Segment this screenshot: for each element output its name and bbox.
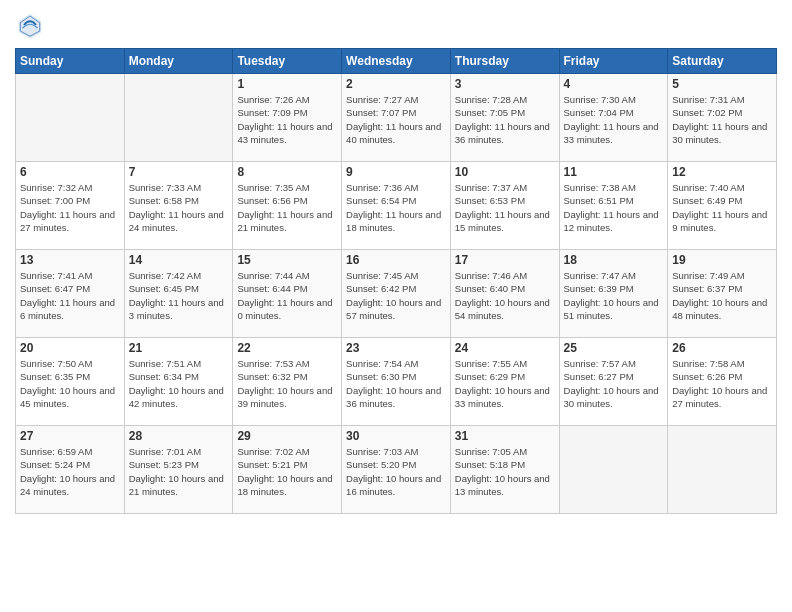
- calendar-cell: 23Sunrise: 7:54 AM Sunset: 6:30 PM Dayli…: [342, 338, 451, 426]
- day-number: 29: [237, 429, 337, 443]
- day-info: Sunrise: 7:55 AM Sunset: 6:29 PM Dayligh…: [455, 357, 555, 410]
- day-number: 28: [129, 429, 229, 443]
- calendar-cell: [668, 426, 777, 514]
- calendar-cell: 25Sunrise: 7:57 AM Sunset: 6:27 PM Dayli…: [559, 338, 668, 426]
- calendar-header-row: SundayMondayTuesdayWednesdayThursdayFrid…: [16, 49, 777, 74]
- calendar-cell: 22Sunrise: 7:53 AM Sunset: 6:32 PM Dayli…: [233, 338, 342, 426]
- week-row-4: 20Sunrise: 7:50 AM Sunset: 6:35 PM Dayli…: [16, 338, 777, 426]
- day-number: 13: [20, 253, 120, 267]
- day-info: Sunrise: 7:28 AM Sunset: 7:05 PM Dayligh…: [455, 93, 555, 146]
- day-number: 11: [564, 165, 664, 179]
- calendar-cell: 21Sunrise: 7:51 AM Sunset: 6:34 PM Dayli…: [124, 338, 233, 426]
- day-info: Sunrise: 7:41 AM Sunset: 6:47 PM Dayligh…: [20, 269, 120, 322]
- day-header-friday: Friday: [559, 49, 668, 74]
- header: [15, 10, 777, 40]
- day-number: 3: [455, 77, 555, 91]
- day-info: Sunrise: 6:59 AM Sunset: 5:24 PM Dayligh…: [20, 445, 120, 498]
- calendar-cell: [124, 74, 233, 162]
- day-number: 6: [20, 165, 120, 179]
- svg-marker-0: [19, 14, 42, 39]
- day-number: 5: [672, 77, 772, 91]
- day-info: Sunrise: 7:50 AM Sunset: 6:35 PM Dayligh…: [20, 357, 120, 410]
- day-info: Sunrise: 7:49 AM Sunset: 6:37 PM Dayligh…: [672, 269, 772, 322]
- day-number: 7: [129, 165, 229, 179]
- week-row-2: 6Sunrise: 7:32 AM Sunset: 7:00 PM Daylig…: [16, 162, 777, 250]
- calendar-cell: 9Sunrise: 7:36 AM Sunset: 6:54 PM Daylig…: [342, 162, 451, 250]
- day-number: 30: [346, 429, 446, 443]
- day-number: 31: [455, 429, 555, 443]
- day-info: Sunrise: 7:44 AM Sunset: 6:44 PM Dayligh…: [237, 269, 337, 322]
- day-header-saturday: Saturday: [668, 49, 777, 74]
- day-info: Sunrise: 7:53 AM Sunset: 6:32 PM Dayligh…: [237, 357, 337, 410]
- calendar-cell: 29Sunrise: 7:02 AM Sunset: 5:21 PM Dayli…: [233, 426, 342, 514]
- day-header-monday: Monday: [124, 49, 233, 74]
- calendar-cell: 6Sunrise: 7:32 AM Sunset: 7:00 PM Daylig…: [16, 162, 125, 250]
- logo: [15, 10, 49, 40]
- calendar-cell: 27Sunrise: 6:59 AM Sunset: 5:24 PM Dayli…: [16, 426, 125, 514]
- week-row-1: 1Sunrise: 7:26 AM Sunset: 7:09 PM Daylig…: [16, 74, 777, 162]
- day-number: 26: [672, 341, 772, 355]
- day-header-sunday: Sunday: [16, 49, 125, 74]
- day-header-tuesday: Tuesday: [233, 49, 342, 74]
- calendar: SundayMondayTuesdayWednesdayThursdayFrid…: [15, 48, 777, 514]
- calendar-cell: 16Sunrise: 7:45 AM Sunset: 6:42 PM Dayli…: [342, 250, 451, 338]
- calendar-cell: 30Sunrise: 7:03 AM Sunset: 5:20 PM Dayli…: [342, 426, 451, 514]
- day-info: Sunrise: 7:51 AM Sunset: 6:34 PM Dayligh…: [129, 357, 229, 410]
- calendar-cell: 12Sunrise: 7:40 AM Sunset: 6:49 PM Dayli…: [668, 162, 777, 250]
- day-number: 9: [346, 165, 446, 179]
- day-number: 8: [237, 165, 337, 179]
- day-number: 15: [237, 253, 337, 267]
- calendar-cell: 13Sunrise: 7:41 AM Sunset: 6:47 PM Dayli…: [16, 250, 125, 338]
- day-info: Sunrise: 7:01 AM Sunset: 5:23 PM Dayligh…: [129, 445, 229, 498]
- calendar-cell: 19Sunrise: 7:49 AM Sunset: 6:37 PM Dayli…: [668, 250, 777, 338]
- calendar-cell: 24Sunrise: 7:55 AM Sunset: 6:29 PM Dayli…: [450, 338, 559, 426]
- day-info: Sunrise: 7:31 AM Sunset: 7:02 PM Dayligh…: [672, 93, 772, 146]
- week-row-3: 13Sunrise: 7:41 AM Sunset: 6:47 PM Dayli…: [16, 250, 777, 338]
- calendar-cell: 3Sunrise: 7:28 AM Sunset: 7:05 PM Daylig…: [450, 74, 559, 162]
- day-info: Sunrise: 7:02 AM Sunset: 5:21 PM Dayligh…: [237, 445, 337, 498]
- day-number: 16: [346, 253, 446, 267]
- week-row-5: 27Sunrise: 6:59 AM Sunset: 5:24 PM Dayli…: [16, 426, 777, 514]
- calendar-cell: 7Sunrise: 7:33 AM Sunset: 6:58 PM Daylig…: [124, 162, 233, 250]
- calendar-cell: 31Sunrise: 7:05 AM Sunset: 5:18 PM Dayli…: [450, 426, 559, 514]
- day-number: 14: [129, 253, 229, 267]
- calendar-cell: 8Sunrise: 7:35 AM Sunset: 6:56 PM Daylig…: [233, 162, 342, 250]
- logo-icon: [15, 10, 45, 40]
- day-info: Sunrise: 7:36 AM Sunset: 6:54 PM Dayligh…: [346, 181, 446, 234]
- calendar-cell: 20Sunrise: 7:50 AM Sunset: 6:35 PM Dayli…: [16, 338, 125, 426]
- calendar-cell: 18Sunrise: 7:47 AM Sunset: 6:39 PM Dayli…: [559, 250, 668, 338]
- day-info: Sunrise: 7:58 AM Sunset: 6:26 PM Dayligh…: [672, 357, 772, 410]
- day-info: Sunrise: 7:54 AM Sunset: 6:30 PM Dayligh…: [346, 357, 446, 410]
- day-number: 27: [20, 429, 120, 443]
- day-number: 12: [672, 165, 772, 179]
- day-number: 2: [346, 77, 446, 91]
- calendar-cell: 15Sunrise: 7:44 AM Sunset: 6:44 PM Dayli…: [233, 250, 342, 338]
- day-info: Sunrise: 7:05 AM Sunset: 5:18 PM Dayligh…: [455, 445, 555, 498]
- day-number: 20: [20, 341, 120, 355]
- day-header-wednesday: Wednesday: [342, 49, 451, 74]
- day-info: Sunrise: 7:42 AM Sunset: 6:45 PM Dayligh…: [129, 269, 229, 322]
- day-number: 1: [237, 77, 337, 91]
- day-info: Sunrise: 7:32 AM Sunset: 7:00 PM Dayligh…: [20, 181, 120, 234]
- calendar-cell: 10Sunrise: 7:37 AM Sunset: 6:53 PM Dayli…: [450, 162, 559, 250]
- day-info: Sunrise: 7:47 AM Sunset: 6:39 PM Dayligh…: [564, 269, 664, 322]
- calendar-cell: 5Sunrise: 7:31 AM Sunset: 7:02 PM Daylig…: [668, 74, 777, 162]
- day-info: Sunrise: 7:03 AM Sunset: 5:20 PM Dayligh…: [346, 445, 446, 498]
- calendar-cell: [559, 426, 668, 514]
- day-number: 21: [129, 341, 229, 355]
- calendar-cell: 26Sunrise: 7:58 AM Sunset: 6:26 PM Dayli…: [668, 338, 777, 426]
- day-info: Sunrise: 7:57 AM Sunset: 6:27 PM Dayligh…: [564, 357, 664, 410]
- calendar-cell: 17Sunrise: 7:46 AM Sunset: 6:40 PM Dayli…: [450, 250, 559, 338]
- calendar-cell: 1Sunrise: 7:26 AM Sunset: 7:09 PM Daylig…: [233, 74, 342, 162]
- day-number: 4: [564, 77, 664, 91]
- day-info: Sunrise: 7:40 AM Sunset: 6:49 PM Dayligh…: [672, 181, 772, 234]
- day-header-thursday: Thursday: [450, 49, 559, 74]
- calendar-cell: 4Sunrise: 7:30 AM Sunset: 7:04 PM Daylig…: [559, 74, 668, 162]
- calendar-cell: 2Sunrise: 7:27 AM Sunset: 7:07 PM Daylig…: [342, 74, 451, 162]
- day-info: Sunrise: 7:37 AM Sunset: 6:53 PM Dayligh…: [455, 181, 555, 234]
- page: SundayMondayTuesdayWednesdayThursdayFrid…: [0, 0, 792, 612]
- day-info: Sunrise: 7:46 AM Sunset: 6:40 PM Dayligh…: [455, 269, 555, 322]
- calendar-cell: [16, 74, 125, 162]
- day-info: Sunrise: 7:38 AM Sunset: 6:51 PM Dayligh…: [564, 181, 664, 234]
- day-number: 22: [237, 341, 337, 355]
